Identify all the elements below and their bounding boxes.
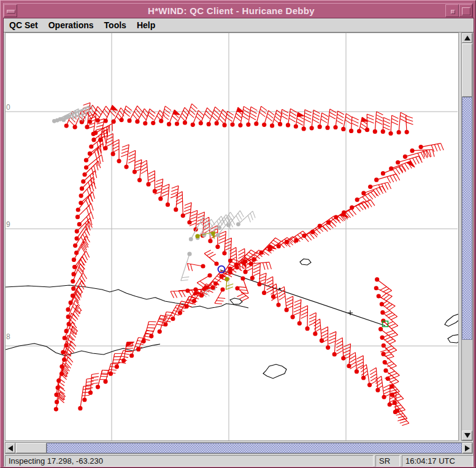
arrow-right-icon [465,445,470,451]
scroll-left-button[interactable] [6,443,15,453]
maximize-button[interactable] [459,4,472,17]
scroll-up-button[interactable] [462,33,472,43]
island-outline [230,298,242,304]
vertical-scroll-thumb[interactable] [462,44,472,97]
scroll-down-button[interactable] [462,431,472,440]
arrow-down-icon [464,433,470,438]
window-menu-button[interactable] [4,4,17,17]
flight-leg-top-leg [64,104,413,136]
flight-leg-nw-se-leg [82,103,397,415]
vertical-scroll-trough-lower[interactable] [462,340,472,431]
axis-label: 0 [6,103,10,112]
vertical-scroll-trough[interactable] [462,97,472,340]
arrow-up-icon [464,36,470,40]
axis-label: 8 [6,332,10,341]
title-bar[interactable]: H*WIND: QC Client - Huricane Debby [3,3,473,18]
menu-tools[interactable]: Tools [104,20,126,30]
menu-help[interactable]: Help [137,20,155,30]
client-area: QC Set Operations Tools Help 098 Inspect… [3,18,474,466]
vertical-scrollbar[interactable] [461,33,473,441]
flight-leg-west-leg [54,123,112,411]
horizontal-scrollbar[interactable] [5,442,473,454]
wind-analysis-map[interactable]: 098 [6,33,458,440]
menu-qc-set[interactable]: QC Set [9,20,38,30]
window-title: H*WIND: QC Client - Huricane Debby [17,6,445,16]
axis-label: 9 [6,220,10,229]
flight-leg-gray-nw-cluster [52,105,92,123]
maximize-icon [462,7,470,15]
flight-leg-ne-sw-leg [78,144,443,411]
horizontal-scroll-trough[interactable] [47,443,462,453]
status-bar: Inspecting 17.298, -63.230 SR 16:04:17 U… [4,455,474,467]
clock-readout: 16:04:17 UTC [402,455,474,467]
iconify-icon [451,10,455,14]
island-outline [445,313,458,326]
island-outline [263,364,286,378]
island-outline [448,334,458,343]
window-menu-dash-icon [7,10,15,13]
inspect-readout: Inspecting 17.298, -63.230 [5,455,374,467]
app-window: H*WIND: QC Client - Huricane Debby QC Se… [0,0,476,468]
iconify-button[interactable] [445,4,459,17]
map-canvas[interactable]: 098 [5,33,459,441]
arrow-left-icon [8,445,13,451]
scroll-right-button[interactable] [463,443,472,453]
flight-leg-right-leg [374,277,409,426]
mode-indicator: SR [375,455,400,467]
wind-barbs-layer [52,103,443,426]
horizontal-scroll-thumb[interactable] [16,443,47,453]
menu-operations[interactable]: Operations [48,20,94,30]
menu-bar: QC Set Operations Tools Help [4,18,474,33]
island-outline [300,259,311,265]
